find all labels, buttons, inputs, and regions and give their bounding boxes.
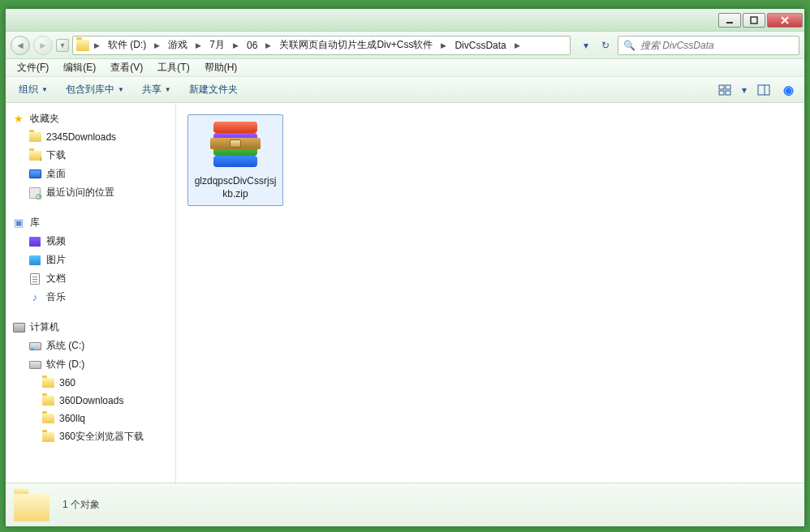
sidebar-item-documents[interactable]: 文档: [9, 269, 175, 288]
sidebar-item-recent[interactable]: 最近访问的位置: [9, 183, 175, 202]
video-icon: [28, 235, 41, 248]
winrar-icon: [207, 120, 264, 172]
desktop-icon: [28, 168, 41, 181]
crumb-arrow[interactable]: ▶: [439, 41, 448, 49]
crumb-arrow[interactable]: ▶: [264, 41, 273, 49]
music-icon: ♪: [28, 291, 41, 304]
sidebar-item-360browser[interactable]: 360安全浏览器下载: [9, 427, 175, 446]
refresh-button[interactable]: ↻: [597, 36, 614, 54]
sidebar-item-downloads[interactable]: 下载: [9, 146, 175, 165]
search-icon: 🔍: [623, 40, 636, 51]
crumb-3[interactable]: 06: [243, 38, 261, 53]
status-text: 1 个对象: [62, 498, 100, 512]
libraries-header[interactable]: ▣库: [9, 213, 175, 232]
help-button[interactable]: ◉: [778, 81, 798, 99]
crumb-1[interactable]: 游戏: [165, 36, 191, 54]
star-icon: ★: [12, 113, 25, 126]
content-area: ★收藏夹 2345Downloads 下载 桌面 最近访问的位置 ▣库 视频 图…: [6, 103, 804, 483]
crumb-0[interactable]: 软件 (D:): [105, 36, 149, 54]
svg-rect-5: [726, 91, 730, 95]
sidebar-item-drive-d[interactable]: 软件 (D:): [9, 355, 175, 374]
file-list-pane[interactable]: glzdqpscDivCssrjsjkb.zip: [176, 103, 804, 483]
crumb-4[interactable]: 关联网页自动切片生成Div+Css软件: [276, 36, 436, 54]
menu-file[interactable]: 文件(F): [11, 59, 55, 76]
crumb-5[interactable]: DivCssData: [451, 38, 509, 53]
crumb-arrow[interactable]: ▶: [231, 41, 240, 49]
folder-icon: [14, 489, 51, 521]
favorites-header[interactable]: ★收藏夹: [9, 109, 175, 128]
folder-icon: [28, 131, 41, 144]
back-button[interactable]: ◄: [11, 36, 30, 55]
share-button[interactable]: 共享▼: [136, 79, 178, 100]
picture-icon: [28, 254, 41, 267]
menu-edit[interactable]: 编辑(E): [57, 59, 102, 76]
titlebar: [6, 9, 804, 32]
svg-rect-4: [719, 91, 724, 95]
sidebar-item-desktop[interactable]: 桌面: [9, 165, 175, 183]
addr-dropdown[interactable]: ▾: [577, 36, 595, 54]
folder-icon: [41, 376, 54, 389]
sidebar-item-360downloads[interactable]: 360Downloads: [9, 392, 175, 410]
sidebar-item-pictures[interactable]: 图片: [9, 251, 175, 269]
new-folder-button[interactable]: 新建文件夹: [183, 79, 244, 100]
crumb-arrow[interactable]: ▶: [153, 41, 162, 49]
library-icon: ▣: [12, 217, 25, 230]
svg-rect-2: [719, 85, 724, 89]
svg-rect-1: [751, 17, 757, 24]
svg-rect-0: [726, 22, 733, 24]
file-label: glzdqpscDivCssrjsjkb.zip: [193, 175, 278, 200]
preview-pane-button[interactable]: [754, 81, 773, 99]
folder-icon: [41, 412, 54, 425]
computer-header[interactable]: 计算机: [9, 318, 175, 337]
explorer-window: ◄ ► ▼ ▶ 软件 (D:)▶ 游戏▶ 7月▶ 06▶ 关联网页自动切片生成D…: [5, 8, 805, 527]
organize-button[interactable]: 组织▼: [12, 79, 54, 100]
address-bar: ◄ ► ▼ ▶ 软件 (D:)▶ 游戏▶ 7月▶ 06▶ 关联网页自动切片生成D…: [6, 32, 804, 59]
sidebar-item-360llq[interactable]: 360llq: [9, 410, 175, 427]
sidebar-item-music[interactable]: ♪音乐: [9, 288, 175, 307]
folder-icon: [41, 431, 54, 444]
crumb-2[interactable]: 7月: [206, 36, 228, 54]
breadcrumb-bar[interactable]: ▶ 软件 (D:)▶ 游戏▶ 7月▶ 06▶ 关联网页自动切片生成Div+Css…: [72, 36, 571, 55]
maximize-button[interactable]: [743, 13, 765, 28]
crumb-arrow[interactable]: ▶: [513, 41, 522, 49]
search-input[interactable]: [640, 40, 794, 51]
drive-icon: [28, 340, 41, 353]
recent-icon: [28, 187, 41, 200]
forward-button[interactable]: ►: [33, 36, 53, 55]
svg-rect-6: [758, 85, 769, 95]
crumb-arrow[interactable]: ▶: [194, 41, 203, 49]
search-field[interactable]: 🔍: [618, 36, 799, 55]
history-dropdown[interactable]: ▼: [56, 39, 69, 52]
menu-view[interactable]: 查看(V): [104, 59, 149, 76]
svg-rect-3: [726, 85, 730, 89]
command-bar: 组织▼ 包含到库中▼ 共享▼ 新建文件夹 ▾ ◉: [6, 77, 804, 103]
include-library-button[interactable]: 包含到库中▼: [59, 79, 131, 100]
sidebar-item-videos[interactable]: 视频: [9, 232, 175, 251]
view-dropdown[interactable]: ▾: [739, 81, 749, 99]
navigation-pane: ★收藏夹 2345Downloads 下载 桌面 最近访问的位置 ▣库 视频 图…: [6, 103, 176, 483]
menubar: 文件(F) 编辑(E) 查看(V) 工具(T) 帮助(H): [6, 59, 804, 77]
view-options-button[interactable]: [715, 81, 735, 99]
folder-icon: [41, 394, 54, 407]
sidebar-item-2345downloads[interactable]: 2345Downloads: [9, 128, 175, 146]
computer-icon: [12, 321, 25, 334]
crumb-arrow[interactable]: ▶: [93, 41, 101, 49]
download-folder-icon: [28, 149, 41, 162]
close-button[interactable]: [767, 13, 803, 28]
sidebar-item-360[interactable]: 360: [9, 374, 175, 392]
menu-tools[interactable]: 工具(T): [151, 59, 196, 76]
menu-help[interactable]: 帮助(H): [198, 59, 244, 76]
sidebar-item-drive-c[interactable]: 系统 (C:): [9, 337, 175, 355]
minimize-button[interactable]: [718, 13, 741, 28]
folder-icon: [76, 40, 89, 51]
document-icon: [28, 272, 41, 285]
drive-icon: [28, 358, 41, 371]
file-item-zip[interactable]: glzdqpscDivCssrjsjkb.zip: [187, 114, 283, 206]
details-pane: 1 个对象: [6, 483, 804, 526]
